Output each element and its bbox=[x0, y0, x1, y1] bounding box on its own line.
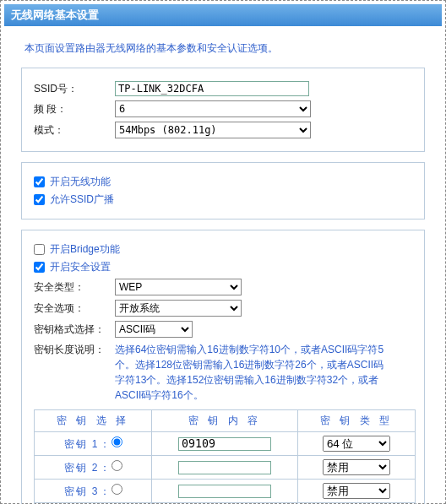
enable-security-label: 开启安全设置 bbox=[50, 261, 111, 273]
content-area: 本页面设置路由器无线网络的基本参数和安全认证选项。 SSID号： 频 段： 6 … bbox=[4, 26, 442, 504]
mode-select[interactable]: 54Mbps (802.11g) bbox=[115, 122, 311, 138]
key-row: 密钥 1：64 位 bbox=[35, 432, 416, 456]
sectype-select[interactable]: WEP bbox=[115, 279, 242, 295]
ssid-input[interactable] bbox=[115, 81, 309, 96]
page-title: 无线网络基本设置 bbox=[4, 4, 442, 26]
mode-label: 模式： bbox=[34, 123, 115, 138]
secopt-label: 安全选项： bbox=[34, 301, 115, 316]
enable-wireless-checkbox[interactable] bbox=[34, 176, 45, 187]
key-select-cell: 密钥 1： bbox=[35, 432, 152, 456]
key-table: 密 钥 选 择 密 钥 内 容 密 钥 类 型 密钥 1：64 位密钥 2：禁用… bbox=[34, 409, 416, 504]
key-type-cell: 禁用 bbox=[297, 456, 415, 480]
page-description: 本页面设置路由器无线网络的基本参数和安全认证选项。 bbox=[24, 41, 422, 56]
key-header-content: 密 钥 内 容 bbox=[152, 410, 298, 432]
key-type-cell: 禁用 bbox=[297, 480, 415, 503]
key-row: 密钥 2：禁用 bbox=[35, 456, 416, 480]
key-content-input[interactable] bbox=[178, 437, 271, 451]
key-select-cell: 密钥 2： bbox=[35, 456, 152, 480]
key-label: 密钥 1： bbox=[64, 438, 112, 450]
key-radio[interactable] bbox=[112, 436, 122, 447]
enable-bridge-checkbox[interactable] bbox=[34, 244, 45, 255]
router-wireless-settings: 无线网络基本设置 本页面设置路由器无线网络的基本参数和安全认证选项。 SSID号… bbox=[0, 0, 446, 504]
sectype-label: 安全类型： bbox=[34, 280, 115, 295]
toggle-panel: 开启无线功能 允许SSID广播 bbox=[21, 162, 425, 219]
key-header-type: 密 钥 类 型 bbox=[297, 410, 415, 432]
security-panel: 开启Bridge功能 开启安全设置 安全类型： WEP 安全选项： 开放系统 密… bbox=[21, 230, 425, 504]
key-content-input[interactable] bbox=[178, 485, 271, 498]
keyfmt-label: 密钥格式选择： bbox=[34, 322, 115, 337]
key-content-input[interactable] bbox=[178, 461, 271, 474]
ssid-broadcast-checkbox[interactable] bbox=[34, 194, 45, 205]
key-type-select[interactable]: 禁用 bbox=[323, 483, 390, 499]
secopt-select[interactable]: 开放系统 bbox=[115, 300, 242, 317]
key-content-cell bbox=[152, 432, 298, 456]
enable-bridge-label: 开启Bridge功能 bbox=[50, 243, 120, 255]
key-header-select: 密 钥 选 择 bbox=[35, 410, 152, 432]
key-type-cell: 64 位 bbox=[297, 432, 415, 456]
key-select-cell: 密钥 3： bbox=[35, 480, 152, 503]
basic-panel: SSID号： 频 段： 6 模式： 54Mbps (802.11g) bbox=[21, 68, 425, 152]
keylen-text: 选择64位密钥需输入16进制数字符10个，或者ASCII码字符5个。选择128位… bbox=[115, 342, 394, 403]
key-label: 密钥 3： bbox=[64, 485, 112, 497]
ssid-broadcast-label: 允许SSID广播 bbox=[50, 193, 114, 205]
key-label: 密钥 2： bbox=[64, 462, 112, 474]
key-content-cell bbox=[152, 456, 298, 480]
ssid-label: SSID号： bbox=[34, 82, 115, 96]
key-radio[interactable] bbox=[112, 484, 122, 495]
key-table-body: 密钥 1：64 位密钥 2：禁用密钥 3：禁用密钥 4：禁用 bbox=[35, 432, 416, 505]
band-select[interactable]: 6 bbox=[115, 100, 311, 117]
keyfmt-select[interactable]: ASCII码 bbox=[115, 321, 193, 338]
key-content-cell bbox=[152, 480, 298, 503]
key-type-select[interactable]: 禁用 bbox=[323, 459, 390, 475]
key-type-select[interactable]: 64 位 bbox=[323, 436, 390, 452]
band-label: 频 段： bbox=[34, 102, 115, 117]
keylen-label: 密钥长度说明： bbox=[34, 342, 115, 357]
enable-wireless-label: 开启无线功能 bbox=[50, 176, 111, 187]
key-row: 密钥 3：禁用 bbox=[35, 480, 416, 503]
keylen-row: 密钥长度说明：选择64位密钥需输入16进制数字符10个，或者ASCII码字符5个… bbox=[34, 342, 416, 403]
key-radio[interactable] bbox=[112, 460, 122, 471]
enable-security-checkbox[interactable] bbox=[34, 262, 45, 273]
